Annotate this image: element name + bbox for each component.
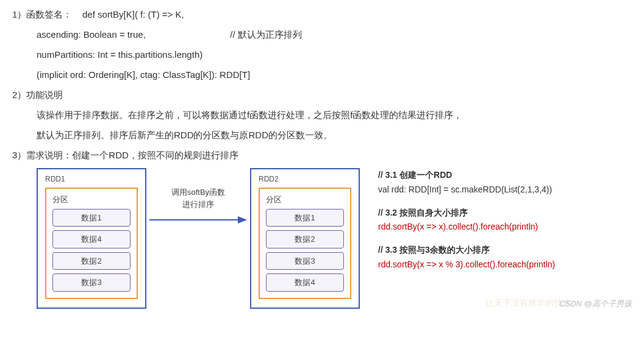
svg-marker-1 (238, 216, 247, 224)
code-block-31: // 3.1 创建一个RDD val rdd: RDD[Int] = sc.ma… (378, 168, 632, 197)
section1-prefix: 1）函数签名： (12, 9, 72, 19)
code-block-32: // 3.2 按照自身大小排序 rdd.sortBy(x => x).colle… (378, 206, 632, 235)
sig-line2a: ascending: Boolean = true, (37, 29, 146, 40)
rdd1-partition-label: 分区 (52, 192, 131, 206)
data-item: 数据3 (52, 273, 131, 291)
code-32-code: rdd.sortBy(x => x).collect().foreach(pri… (378, 220, 632, 234)
rdd1-box: RDD1 分区 数据1 数据4 数据2 数据3 (37, 168, 146, 309)
code-33-code: rdd.sortBy(x => x % 3).collect().foreach… (378, 258, 632, 272)
code-block-33: // 3.3 按照与3余数的大小排序 rdd.sortBy(x => x % 3… (378, 243, 632, 272)
arrow-caption-l2: 进行排序 (182, 200, 214, 209)
rdd2-label: RDD2 (259, 173, 351, 186)
rdd2-partition-label: 分区 (266, 192, 344, 206)
rdd1-label: RDD1 (45, 173, 138, 186)
code-31-code: val rdd: RDD[Int] = sc.makeRDD(List(2,1,… (378, 183, 632, 197)
code-31-comment: // 3.1 创建一个RDD (378, 168, 632, 183)
data-item: 数据4 (52, 230, 131, 248)
data-item: 数据1 (266, 209, 344, 227)
data-item: 数据3 (266, 252, 344, 270)
sig-line4: (implicit ord: Ordering[K], ctag: ClassT… (12, 66, 632, 83)
data-item: 数据4 (266, 273, 344, 291)
sig-line2b: // 默认为正序排列 (230, 29, 302, 40)
section3-prefix: 3）需求说明：创建一个RDD，按照不同的规则进行排序 (12, 147, 632, 163)
code-33-comment: // 3.3 按照与3余数的大小排序 (378, 243, 632, 258)
data-item: 数据2 (52, 252, 131, 270)
data-item: 数据1 (52, 209, 131, 227)
section1-line1: 1）函数签名： def sortBy[K]( f: (T) => K, (12, 6, 632, 23)
rdd2-box: RDD2 分区 数据1 数据2 数据3 数据4 (250, 168, 360, 309)
rdd1-partition: 分区 数据1 数据4 数据2 数据3 (45, 188, 138, 299)
section2-prefix: 2）功能说明 (12, 86, 632, 103)
arrow-caption: 调用softBy函数 进行排序 (171, 186, 225, 210)
diagram-row: RDD1 分区 数据1 数据4 数据2 数据3 调用softBy函数 进行排序 … (12, 168, 632, 309)
code-column: // 3.1 创建一个RDD val rdd: RDD[Int] = sc.ma… (360, 168, 632, 281)
arrow-icon (149, 214, 247, 226)
arrow-area: 调用softBy函数 进行排序 (146, 168, 250, 226)
watermark-csdn: CSDN @高个子男孩 (559, 297, 632, 311)
data-item: 数据2 (266, 230, 344, 248)
code-32-comment: // 3.2 按照自身大小排序 (378, 206, 632, 220)
sig-line3: numPartitions: Int = this.partitions.len… (12, 46, 632, 63)
sig-line1: def sortBy[K]( f: (T) => K, (82, 9, 184, 19)
arrow-caption-l1: 调用softBy函数 (171, 188, 225, 197)
section1-line2: ascending: Boolean = true, // 默认为正序排列 (12, 26, 632, 43)
section2-body2: 默认为正序排列。排序后新产生的RDD的分区数与原RDD的分区数一致。 (12, 127, 632, 143)
watermark-slogan: 让天下没有难学的技术 (485, 295, 571, 311)
rdd2-partition: 分区 数据1 数据2 数据3 数据4 (259, 188, 351, 299)
section2-body1: 该操作用于排序数据。在排序之前，可以将数据通过f函数进行处理，之后按照f函数处理… (12, 107, 632, 123)
